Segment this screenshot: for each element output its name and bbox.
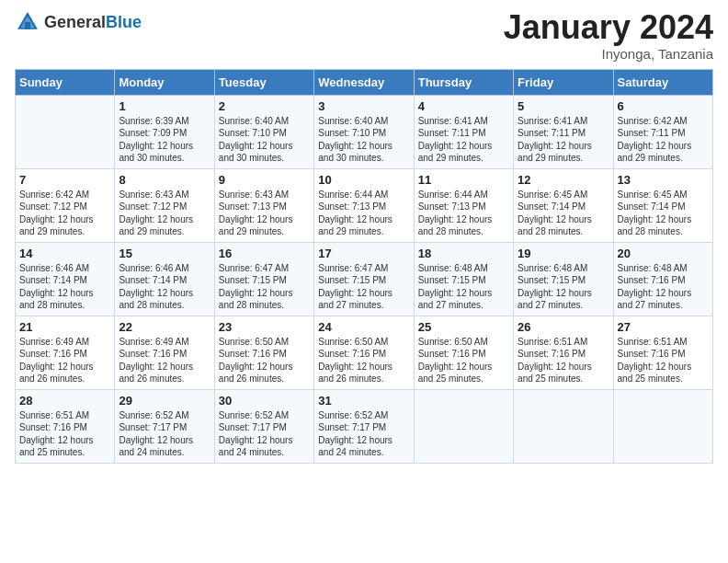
day-number: 15: [119, 247, 210, 260]
calendar-cell: 30Sunrise: 6:52 AMSunset: 7:17 PMDayligh…: [214, 389, 313, 463]
cell-info: Sunrise: 6:52 AMSunset: 7:17 PMDaylight:…: [318, 409, 409, 459]
cell-info: Sunrise: 6:48 AMSunset: 7:16 PMDaylight:…: [618, 262, 709, 312]
calendar-cell: 12Sunrise: 6:45 AMSunset: 7:14 PMDayligh…: [514, 168, 613, 242]
day-number: 16: [219, 247, 310, 260]
cell-info: Sunrise: 6:51 AMSunset: 7:16 PMDaylight:…: [618, 336, 709, 385]
calendar-cell: 3Sunrise: 6:40 AMSunset: 7:10 PMDaylight…: [314, 95, 414, 168]
day-number: 22: [119, 320, 210, 334]
day-header-tuesday: Tuesday: [214, 69, 313, 95]
cell-info: Sunrise: 6:52 AMSunset: 7:17 PMDaylight:…: [119, 409, 210, 459]
day-number: 10: [318, 173, 409, 187]
day-number: 4: [418, 99, 509, 113]
calendar-cell: 20Sunrise: 6:48 AMSunset: 7:16 PMDayligh…: [613, 242, 712, 316]
day-number: 6: [618, 99, 709, 113]
calendar-cell: 10Sunrise: 6:44 AMSunset: 7:13 PMDayligh…: [314, 168, 414, 242]
calendar-cell: 31Sunrise: 6:52 AMSunset: 7:17 PMDayligh…: [314, 389, 414, 463]
calendar-cell: 29Sunrise: 6:52 AMSunset: 7:17 PMDayligh…: [115, 389, 214, 463]
page: General Blue January 2024 Inyonga, Tanza…: [0, 0, 728, 563]
week-row-5: 28Sunrise: 6:51 AMSunset: 7:16 PMDayligh…: [16, 389, 713, 463]
day-number: 27: [618, 320, 709, 334]
calendar-cell: 7Sunrise: 6:42 AMSunset: 7:12 PMDaylight…: [16, 168, 115, 242]
day-number: 17: [318, 247, 409, 260]
header: General Blue January 2024 Inyonga, Tanza…: [15, 9, 713, 62]
cell-info: Sunrise: 6:50 AMSunset: 7:16 PMDaylight:…: [219, 336, 310, 385]
cell-info: Sunrise: 6:49 AMSunset: 7:16 PMDaylight:…: [119, 336, 210, 385]
day-number: 8: [119, 173, 210, 187]
cell-info: Sunrise: 6:42 AMSunset: 7:12 PMDaylight:…: [19, 189, 110, 238]
day-number: 20: [618, 247, 709, 260]
week-row-4: 21Sunrise: 6:49 AMSunset: 7:16 PMDayligh…: [16, 316, 713, 389]
logo-blue-text: Blue: [106, 14, 142, 30]
cell-info: Sunrise: 6:42 AMSunset: 7:11 PMDaylight:…: [618, 115, 709, 165]
day-header-saturday: Saturday: [613, 69, 712, 95]
week-row-3: 14Sunrise: 6:46 AMSunset: 7:14 PMDayligh…: [16, 242, 713, 316]
day-number: 24: [318, 320, 409, 334]
cell-info: Sunrise: 6:47 AMSunset: 7:15 PMDaylight:…: [219, 262, 310, 312]
logo-general-text: General: [44, 14, 106, 30]
cell-info: Sunrise: 6:45 AMSunset: 7:14 PMDaylight:…: [618, 189, 709, 238]
cell-info: Sunrise: 6:43 AMSunset: 7:13 PMDaylight:…: [219, 189, 310, 238]
svg-rect-2: [25, 22, 30, 29]
calendar-cell: 1Sunrise: 6:39 AMSunset: 7:09 PMDaylight…: [115, 95, 214, 168]
cell-info: Sunrise: 6:40 AMSunset: 7:10 PMDaylight:…: [219, 115, 310, 165]
calendar-cell: [16, 95, 115, 168]
calendar-cell: 9Sunrise: 6:43 AMSunset: 7:13 PMDaylight…: [214, 168, 313, 242]
day-number: 2: [219, 99, 310, 113]
day-number: 5: [518, 99, 609, 113]
calendar-table: SundayMondayTuesdayWednesdayThursdayFrid…: [15, 69, 713, 464]
day-header-friday: Friday: [514, 69, 613, 95]
cell-info: Sunrise: 6:49 AMSunset: 7:16 PMDaylight:…: [19, 336, 110, 385]
calendar-title: January 2024: [504, 9, 713, 46]
day-header-monday: Monday: [115, 69, 214, 95]
calendar-cell: 14Sunrise: 6:46 AMSunset: 7:14 PMDayligh…: [16, 242, 115, 316]
day-number: 28: [19, 394, 110, 408]
calendar-cell: 6Sunrise: 6:42 AMSunset: 7:11 PMDaylight…: [613, 95, 712, 168]
cell-info: Sunrise: 6:46 AMSunset: 7:14 PMDaylight:…: [119, 262, 210, 312]
cell-info: Sunrise: 6:41 AMSunset: 7:11 PMDaylight:…: [518, 115, 609, 165]
day-number: 29: [119, 394, 210, 408]
calendar-cell: 16Sunrise: 6:47 AMSunset: 7:15 PMDayligh…: [214, 242, 313, 316]
day-number: 13: [618, 173, 709, 187]
day-number: 30: [219, 394, 310, 408]
cell-info: Sunrise: 6:50 AMSunset: 7:16 PMDaylight:…: [318, 336, 409, 385]
calendar-cell: 15Sunrise: 6:46 AMSunset: 7:14 PMDayligh…: [115, 242, 214, 316]
cell-info: Sunrise: 6:44 AMSunset: 7:13 PMDaylight:…: [318, 189, 409, 238]
cell-info: Sunrise: 6:50 AMSunset: 7:16 PMDaylight:…: [418, 336, 509, 385]
cell-info: Sunrise: 6:41 AMSunset: 7:11 PMDaylight:…: [418, 115, 509, 165]
cell-info: Sunrise: 6:46 AMSunset: 7:14 PMDaylight:…: [19, 262, 110, 312]
day-number: 12: [518, 173, 609, 187]
calendar-cell: 28Sunrise: 6:51 AMSunset: 7:16 PMDayligh…: [16, 389, 115, 463]
day-number: 21: [19, 320, 110, 334]
calendar-cell: 19Sunrise: 6:48 AMSunset: 7:15 PMDayligh…: [514, 242, 613, 316]
calendar-cell: [414, 389, 513, 463]
calendar-cell: 27Sunrise: 6:51 AMSunset: 7:16 PMDayligh…: [613, 316, 712, 389]
day-number: 7: [19, 173, 110, 187]
day-number: 1: [119, 99, 210, 113]
day-header-thursday: Thursday: [414, 69, 513, 95]
calendar-cell: 17Sunrise: 6:47 AMSunset: 7:15 PMDayligh…: [314, 242, 414, 316]
cell-info: Sunrise: 6:48 AMSunset: 7:15 PMDaylight:…: [418, 262, 509, 312]
week-row-2: 7Sunrise: 6:42 AMSunset: 7:12 PMDaylight…: [16, 168, 713, 242]
calendar-location: Inyonga, Tanzania: [504, 46, 713, 62]
calendar-cell: 11Sunrise: 6:44 AMSunset: 7:13 PMDayligh…: [414, 168, 513, 242]
day-number: 18: [418, 247, 509, 260]
week-row-1: 1Sunrise: 6:39 AMSunset: 7:09 PMDaylight…: [16, 95, 713, 168]
calendar-cell: 5Sunrise: 6:41 AMSunset: 7:11 PMDaylight…: [514, 95, 613, 168]
day-number: 25: [418, 320, 509, 334]
calendar-cell: 26Sunrise: 6:51 AMSunset: 7:16 PMDayligh…: [514, 316, 613, 389]
day-header-sunday: Sunday: [16, 69, 115, 95]
cell-info: Sunrise: 6:40 AMSunset: 7:10 PMDaylight:…: [318, 115, 409, 165]
calendar-cell: 24Sunrise: 6:50 AMSunset: 7:16 PMDayligh…: [314, 316, 414, 389]
calendar-cell: 22Sunrise: 6:49 AMSunset: 7:16 PMDayligh…: [115, 316, 214, 389]
title-block: January 2024 Inyonga, Tanzania: [504, 9, 713, 62]
calendar-cell: 13Sunrise: 6:45 AMSunset: 7:14 PMDayligh…: [613, 168, 712, 242]
day-header-wednesday: Wednesday: [314, 69, 414, 95]
calendar-cell: 25Sunrise: 6:50 AMSunset: 7:16 PMDayligh…: [414, 316, 513, 389]
cell-info: Sunrise: 6:48 AMSunset: 7:15 PMDaylight:…: [518, 262, 609, 312]
cell-info: Sunrise: 6:43 AMSunset: 7:12 PMDaylight:…: [119, 189, 210, 238]
day-header-row: SundayMondayTuesdayWednesdayThursdayFrid…: [16, 69, 713, 95]
day-number: 11: [418, 173, 509, 187]
cell-info: Sunrise: 6:44 AMSunset: 7:13 PMDaylight:…: [418, 189, 509, 238]
calendar-cell: 2Sunrise: 6:40 AMSunset: 7:10 PMDaylight…: [214, 95, 313, 168]
cell-info: Sunrise: 6:47 AMSunset: 7:15 PMDaylight:…: [318, 262, 409, 312]
